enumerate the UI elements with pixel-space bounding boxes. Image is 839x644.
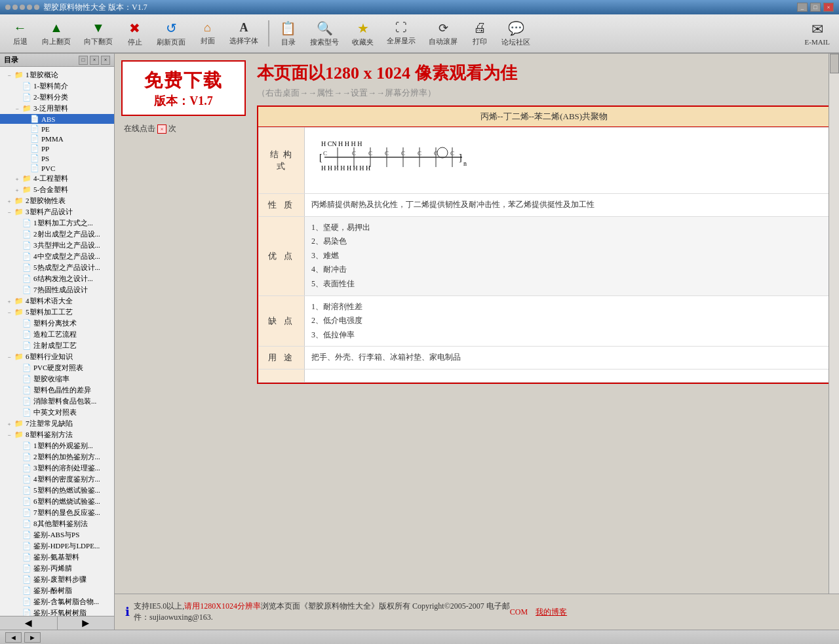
sidebar-item-defects[interactable]: + 📁 7注塑常见缺陷 (0, 418, 114, 429)
scrollbar[interactable] (829, 54, 839, 594)
sidebar-tree[interactable]: − 📁 1塑胶概论 📄 1-塑料简介 📄 2-塑料分类 − 📁 3-泛用塑料 (0, 67, 114, 616)
tree-label: ABS (41, 115, 55, 123)
sidebar-prev-btn[interactable]: ◄ (0, 616, 58, 630)
sidebar-item-process2[interactable]: 📄 2射出成型之产品设... (0, 229, 114, 240)
content-scroll[interactable]: 免费下载 版本：V1.7 在线点击 × 次 本页面以1280 x 1024 像素… (115, 54, 839, 594)
toggle-icon: + (5, 197, 13, 205)
sidebar-item-id7[interactable]: 📄 7塑料的显色反应鉴... (0, 507, 114, 518)
sidebar-item-food[interactable]: 📄 消除塑料食品包装... (0, 396, 114, 407)
sidebar-item-common[interactable]: − 📁 3-泛用塑料 (0, 103, 114, 114)
sidebar-item-alloy[interactable]: + 📁 5-合金塑料 (0, 184, 114, 195)
sidebar-item-classify[interactable]: 📄 2-塑料分类 (0, 92, 114, 103)
sidebar-item-color[interactable]: 📄 塑料色晶性的差异 (0, 385, 114, 396)
table-row-property: 性 质 丙烯腈提供耐热及抗化性，丁二烯提供韧性及耐冲击性，苯乙烯提供挺性及加工性 (259, 194, 830, 217)
forum-button[interactable]: 💬 论坛社区 (496, 16, 536, 50)
sidebar-item-process5[interactable]: 📄 5热成型之产品设计... (0, 262, 114, 273)
sidebar-item-separation[interactable]: 📄 塑料分离技术 (0, 318, 114, 329)
minimize-btn[interactable]: _ (797, 3, 808, 12)
sidebar-item-process-tech[interactable]: − 📁 5塑料加工工艺 (0, 307, 114, 318)
sidebar-item-process6[interactable]: 📄 6结构发泡之设计... (0, 273, 114, 284)
sidebar-item-hdpe-ldpe[interactable]: 📄 鉴别-HDPE与LDPE... (0, 540, 114, 552)
sidebar-item-process4[interactable]: 📄 4中空成型之产品设... (0, 251, 114, 262)
collect-button[interactable]: ★ 收藏夹 (346, 16, 380, 50)
sidebar-item-phenol[interactable]: 📄 鉴别-酚树脂 (0, 585, 114, 596)
doc-icon: 📄 (22, 241, 31, 250)
sidebar-item-properties[interactable]: + 📁 2塑胶物性表 (0, 195, 114, 206)
sidebar-item-injection[interactable]: 📄 注射成型工艺 (0, 340, 114, 351)
catalog-button[interactable]: 📋 目录 (273, 16, 303, 50)
scroll-thumb[interactable] (830, 54, 839, 73)
status-prev-btn[interactable]: ◄ (5, 632, 22, 643)
close-btn[interactable]: × (823, 3, 834, 12)
sidebar-item-design[interactable]: − 📁 3塑料产品设计 (0, 206, 114, 218)
toggle-icon (13, 231, 21, 238)
sidebar-item-pmma[interactable]: 📄 PMMA (0, 134, 114, 143)
sidebar-item-acrylonitrile[interactable]: 📄 鉴别-丙烯腈 (0, 563, 114, 574)
tree-label: 鉴别-氨基塑料 (33, 552, 79, 562)
sidebar-item-abs-ps[interactable]: 📄 鉴别-ABS与PS (0, 529, 114, 540)
stop-label: 停止 (128, 37, 142, 47)
free-download-title: 免费下载 (144, 68, 223, 93)
search-button[interactable]: 🔍 搜索型号 (304, 16, 345, 50)
cover-button[interactable]: ⌂ 封面 (193, 16, 222, 50)
sidebar-item-process1[interactable]: 📄 1塑料加工方式之... (0, 218, 114, 229)
sidebar-item-id4[interactable]: 📄 4塑料的密度鉴别方... (0, 474, 114, 485)
sidebar-float-btn[interactable]: □ (79, 56, 88, 65)
sidebar-item-terms[interactable]: + 📁 4塑料术语大全 (0, 295, 114, 307)
sidebar-item-pe[interactable]: 📄 PE (0, 124, 114, 134)
sidebar-item-id1[interactable]: 📄 1塑料的外观鉴别... (0, 440, 114, 451)
footer-com: COM (510, 607, 528, 617)
fullscreen-button[interactable]: ⛶ 全屏显示 (381, 16, 421, 50)
sidebar-next-btn[interactable]: ► (58, 616, 115, 630)
stop-button[interactable]: ✖ 停止 (120, 16, 149, 50)
label-advantages: 优 点 (259, 216, 305, 295)
toggle-icon (13, 587, 21, 595)
status-next-btn[interactable]: ► (24, 632, 41, 643)
label-empty (259, 369, 305, 382)
footer-blog-link[interactable]: 我的博客 (536, 607, 567, 618)
sidebar-item-plastics-overview[interactable]: − 📁 1塑胶概论 (0, 69, 114, 81)
page-down-button[interactable]: ▼ 向下翻页 (78, 16, 119, 50)
sidebar-item-granulation[interactable]: 📄 造粒工艺流程 (0, 329, 114, 340)
sidebar-item-engineering[interactable]: + 📁 4-工程塑料 (0, 173, 114, 184)
sidebar-item-pvc-hardness[interactable]: 📄 PVC硬度对照表 (0, 362, 114, 373)
toggle-icon (13, 453, 21, 461)
sidebar-pin-btn[interactable]: × (90, 56, 99, 65)
sidebar-item-process7[interactable]: 📄 7热固性成品设计 (0, 284, 114, 295)
doc-icon: 📄 (22, 531, 31, 539)
sidebar-item-process3[interactable]: 📄 3共型押出之产品设... (0, 240, 114, 251)
sidebar-item-pvc[interactable]: 📄 PVC (0, 163, 114, 173)
doc-icon: 📄 (22, 564, 31, 573)
sidebar-item-waste[interactable]: 📄 鉴别-废塑料步骤 (0, 574, 114, 585)
sidebar-item-industry[interactable]: − 📁 6塑料行业知识 (0, 351, 114, 362)
back-button[interactable]: ← 后退 (5, 16, 35, 50)
autoscreen-button[interactable]: ⟳ 自动滚屏 (423, 16, 463, 50)
email-button[interactable]: ✉ E-MAIL (801, 18, 834, 48)
sidebar-item-intro[interactable]: 📄 1-塑料简介 (0, 81, 114, 92)
font-button[interactable]: A 选择字体 (224, 16, 264, 50)
sidebar-item-abs[interactable]: 📄 ABS (0, 114, 114, 124)
sidebar-item-cn-en[interactable]: 📄 中英文对照表 (0, 407, 114, 418)
sidebar-item-epoxy[interactable]: 📄 鉴别-环氧树树脂 (0, 607, 114, 616)
refresh-button[interactable]: ↺ 刷新页面 (151, 16, 191, 50)
search-icon: 🔍 (317, 20, 333, 36)
sidebar-item-id2[interactable]: 📄 2塑料的加热鉴别方... (0, 451, 114, 463)
close-x-icon[interactable]: × (157, 124, 166, 134)
toggle-icon (13, 94, 21, 102)
maximize-btn[interactable]: □ (810, 3, 821, 12)
sidebar-item-pp[interactable]: 📄 PP (0, 143, 114, 153)
print-button[interactable]: 🖨 打印 (465, 16, 494, 50)
sidebar-item-id3[interactable]: 📄 3塑料的溶剂处理鉴... (0, 463, 114, 474)
sidebar-close-btn[interactable]: × (101, 56, 110, 65)
page-up-button[interactable]: ▲ 向上翻页 (36, 16, 77, 50)
sidebar-item-id8[interactable]: 📄 8其他塑料鉴别法 (0, 518, 114, 529)
sidebar-item-ps[interactable]: 📄 PS (0, 153, 114, 163)
sidebar-header: 目录 □ × × (0, 54, 114, 67)
sidebar-item-identification[interactable]: − 📁 8塑料鉴别方法 (0, 429, 114, 440)
sidebar-item-amino[interactable]: 📄 鉴别-氨基塑料 (0, 552, 114, 563)
sidebar-item-id5[interactable]: 📄 5塑料的热燃试验鉴... (0, 485, 114, 496)
toggle-icon: + (13, 186, 21, 194)
sidebar-item-id6[interactable]: 📄 6塑料的燃烧试验鉴... (0, 496, 114, 507)
sidebar-item-chlorine[interactable]: 📄 鉴别-含氯树脂合物... (0, 596, 114, 607)
sidebar-item-shrinkage[interactable]: 📄 塑胶收缩率 (0, 373, 114, 385)
